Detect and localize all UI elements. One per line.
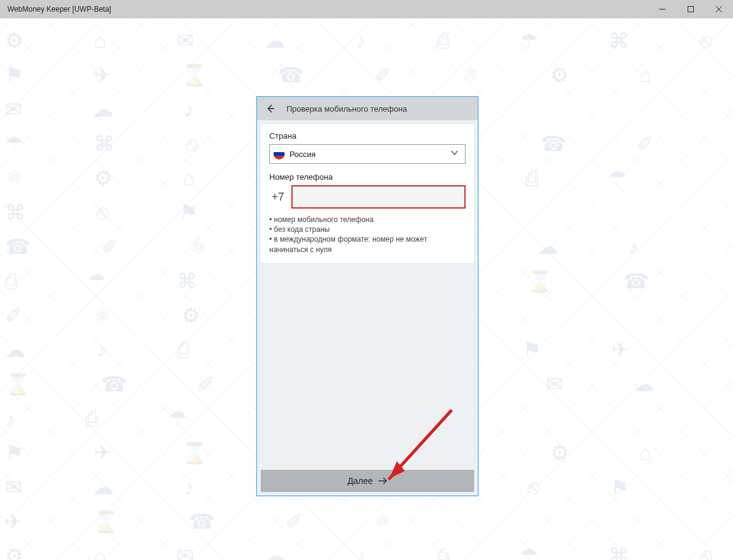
window-controls	[648, 0, 733, 18]
phone-hints: • номер мобильного телефона • без кода с…	[269, 215, 466, 255]
flag-russia-icon	[274, 148, 285, 159]
window-title: WebMoney Keeper [UWP-Beta]	[7, 5, 111, 13]
arrow-right-icon	[378, 477, 388, 485]
dialog-footer: Далее	[257, 466, 478, 496]
phone-row: +7	[269, 185, 466, 209]
dialog-header: Проверка мобильного телефона	[257, 97, 478, 120]
country-value: Россия	[290, 150, 450, 159]
close-button[interactable]	[705, 0, 733, 18]
country-label: Страна	[269, 131, 466, 140]
client-area: ⚙ ⌂ ✉ ☁ ♪ ⎙ ☂ ⌘ ⎋ ⚑ ✈ ⌛ ☎ ✐ ⚛ ⚙ ⌂ ✉ ☁ ♪ …	[0, 18, 733, 560]
phone-input[interactable]	[291, 185, 466, 209]
arrow-left-icon	[266, 104, 275, 113]
hint-line: • номер мобильного телефона	[269, 215, 466, 224]
hint-line: • в международном формате: номер не може…	[269, 234, 466, 254]
form-card: Страна Россия Номер телефона +7 • номер …	[261, 124, 474, 263]
next-button[interactable]: Далее	[261, 470, 474, 492]
phone-label: Номер телефона	[269, 172, 466, 182]
country-select[interactable]: Россия	[269, 144, 466, 164]
phone-prefix: +7	[269, 191, 286, 204]
chevron-down-icon	[450, 148, 461, 159]
hint-line: • без кода страны	[269, 224, 466, 234]
phone-verify-dialog: Проверка мобильного телефона Страна Росс…	[256, 96, 478, 496]
maximize-button[interactable]	[677, 0, 705, 18]
back-button[interactable]	[262, 100, 279, 117]
dialog-title: Проверка мобильного телефона	[286, 104, 407, 113]
next-button-label: Далее	[347, 476, 372, 486]
window-titlebar: WebMoney Keeper [UWP-Beta]	[0, 0, 733, 18]
minimize-button[interactable]	[648, 0, 677, 18]
svg-rect-1	[688, 7, 694, 12]
